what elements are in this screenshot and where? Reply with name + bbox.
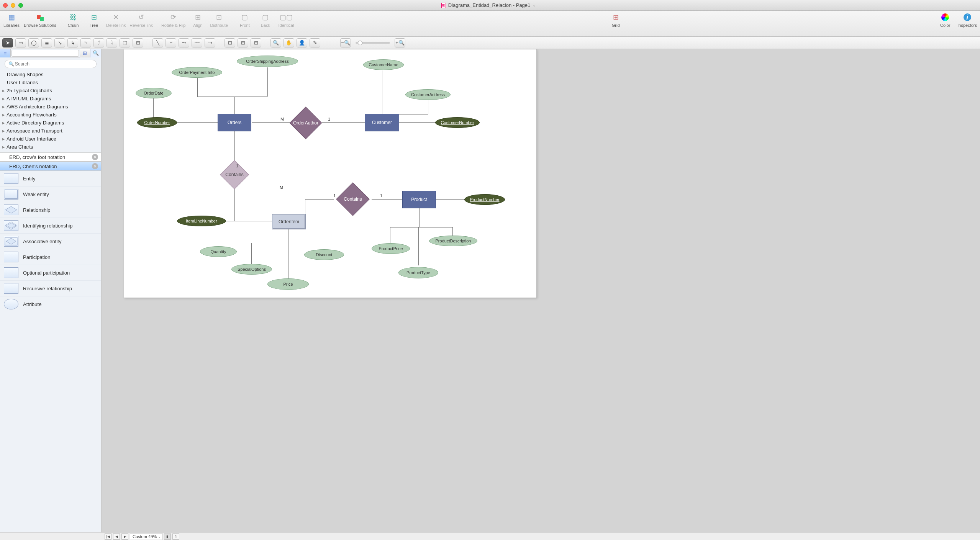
lib-item[interactable]: Accounting Flowcharts [0,111,101,119]
attr-customername[interactable]: CustomerName [363,59,404,70]
minimize-button[interactable] [11,3,15,8]
rel-orderauthor[interactable]: OrderAuthor [294,111,317,134]
line-tool-3[interactable]: ⤷ [80,38,91,47]
shape-participation[interactable]: Participation [0,249,101,265]
grid-view-tab[interactable]: ⊞ [80,49,90,57]
line-tool-1[interactable]: ↘ [54,38,65,47]
sidebar-filter-field[interactable] [11,50,79,57]
attr-ordershipping[interactable]: OrderShippingAddress [237,56,298,67]
hand-tool[interactable]: ✋ [284,38,294,47]
zoom-in-button[interactable]: +🔍 [395,38,405,47]
connector-2[interactable]: ⌐ [166,38,176,47]
shape-attribute[interactable]: Attribute [0,296,101,312]
attr-producttype[interactable]: ProductType [398,267,438,278]
connector-1[interactable]: ╲ [152,38,163,47]
shape-recursive[interactable]: Recursive relationship [0,281,101,296]
close-button[interactable] [3,3,8,8]
attr-productnumber[interactable]: ProductNumber [464,194,505,205]
zoom-tool[interactable]: 🔍 [270,38,281,47]
group-tool-3[interactable]: ⊟ [251,38,261,47]
maximize-button[interactable] [18,3,23,8]
entity-product[interactable]: Product [402,191,436,208]
group-tool-2[interactable]: ⊞ [238,38,248,47]
attr-productprice[interactable]: ProductPrice [372,243,410,254]
lib-item[interactable]: 25 Typical Orgcharts [0,87,101,95]
attr-customeraddress[interactable]: CustomerAddress [405,89,451,100]
reverse-link-button: ↺Reverse link [129,12,153,36]
search-input[interactable] [5,60,97,68]
shape-opt-participation[interactable]: Optional participation [0,265,101,281]
grid-button[interactable]: ⊞Grid [607,12,624,36]
attr-ordernumber[interactable]: OrderNumber [137,117,177,128]
entity-customer[interactable]: Customer [365,114,399,131]
line-tool-7[interactable]: ⊞ [133,38,143,47]
page-1[interactable]: ▮ [164,533,171,540]
lib-item[interactable]: Drawing Shapes [0,70,101,79]
attr-orderdate[interactable]: OrderDate [136,88,172,98]
back-button: ▢Back [257,12,274,36]
lib-item[interactable]: Area Charts [0,143,101,151]
attr-discount[interactable]: Discount [304,249,344,260]
attr-itemlinenumber[interactable]: ItemLineNumber [177,216,226,226]
connector-4[interactable]: 〰 [192,38,202,47]
ellipse-tool[interactable]: ◯ [28,38,39,47]
line-tool-2[interactable]: ↳ [67,38,78,47]
page-prev[interactable]: ◀ [113,533,120,540]
line-tool-4[interactable]: ⤴ [93,38,104,47]
pencil-tool[interactable]: ✎ [310,38,320,47]
attr-specialoptions[interactable]: SpecialOptions [231,264,272,275]
color-button[interactable]: Color [937,12,954,36]
lib-item[interactable]: Aerospace and Transport [0,127,101,135]
page-next[interactable]: ▶ [121,533,128,540]
diagram-page[interactable]: Orders Customer Product OrderItem OrderN… [124,49,537,298]
lib-item[interactable]: AWS Architecture Diagrams [0,103,101,111]
attr-price[interactable]: Price [267,278,309,290]
zoom-slider[interactable] [356,42,390,44]
entity-orders[interactable]: Orders [218,114,251,131]
rel-contains-2[interactable]: Contains [341,187,365,211]
inspectors-button[interactable]: iInspectors [957,12,977,36]
attr-customernumber[interactable]: CustomerNumber [435,117,480,128]
connector-3[interactable]: ⤳ [179,38,189,47]
document-icon: ◧ [441,3,446,8]
id-relationship-icon [4,220,18,231]
connector-5[interactable]: ⇢ [205,38,215,47]
shape-weak-entity[interactable]: Weak entity [0,187,101,202]
group-tool-1[interactable]: ⊡ [225,38,235,47]
library-tab[interactable]: ≡ [0,49,11,57]
attr-quantity[interactable]: Quantity [200,246,237,257]
lib-item[interactable]: Active Directory Diagrams [0,119,101,127]
chevron-down-icon[interactable]: ⌄ [533,3,536,7]
text-tool[interactable]: ≣ [41,38,52,47]
entity-orderitem[interactable]: OrderItem [272,214,306,229]
section-crowfoot[interactable]: ERD, crow's foot notation ✕ [0,152,101,162]
browse-solutions-button[interactable]: Browse Solutions [24,12,56,36]
shape-entity[interactable]: Entity [0,171,101,187]
page-add[interactable]: ▯ [172,533,179,540]
line-tool-6[interactable]: ⬚ [120,38,130,47]
lib-item[interactable]: Android User Interface [0,135,101,143]
lib-item[interactable]: User Libraries [0,79,101,87]
canvas[interactable]: Orders Customer Product OrderItem OrderN… [102,49,980,532]
lib-item[interactable]: ATM UML Diagrams [0,95,101,103]
attr-orderpayment[interactable]: OrderPayment Info [172,67,222,78]
libraries-button[interactable]: ▦ Libraries [3,12,20,36]
page-prev-all[interactable]: |◀ [105,533,111,540]
rect-tool[interactable]: ▭ [15,38,26,47]
shape-relationship[interactable]: Relationship [0,202,101,218]
shape-assoc-entity[interactable]: Associative entity [0,234,101,249]
close-icon[interactable]: ✕ [92,163,98,169]
section-chen[interactable]: ERD, Chen's notation ✕ [0,162,101,171]
tree-button[interactable]: ⊟Tree [85,12,102,36]
rel-contains-1[interactable]: Contains [224,164,245,185]
chain-button[interactable]: ⛓Chain [65,12,82,36]
person-tool[interactable]: 👤 [297,38,307,47]
search-tab[interactable]: 🔍 [90,49,101,57]
zoom-select[interactable]: Custom 49% [130,533,162,540]
line-tool-5[interactable]: ⤵ [107,38,117,47]
pointer-tool[interactable]: ➤ [2,38,13,47]
shape-id-relationship[interactable]: Identifying relationship [0,218,101,234]
zoom-out-button[interactable]: −🔍 [340,38,351,47]
attr-productdesc[interactable]: ProductDescription [429,236,477,246]
close-icon[interactable]: ✕ [92,154,98,160]
